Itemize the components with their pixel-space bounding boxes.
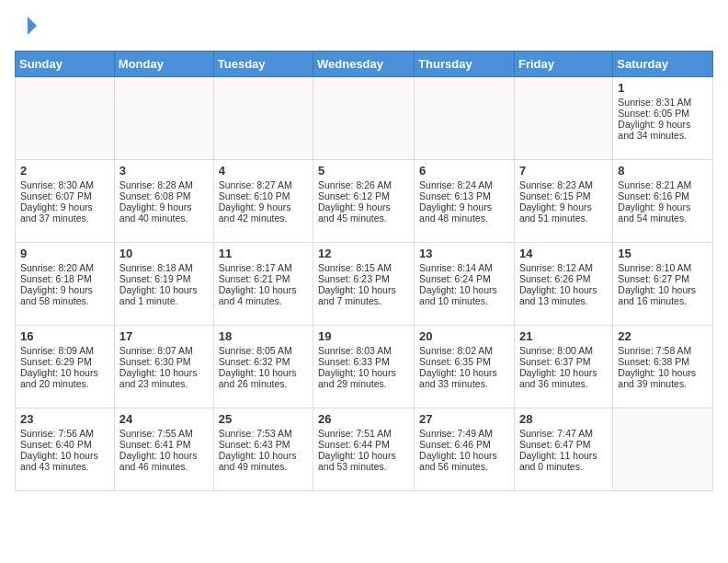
calendar-day-cell: 27Sunrise: 7:49 AM Sunset: 6:46 PM Dayli…: [415, 408, 515, 491]
calendar-day-header: Tuesday: [213, 52, 313, 77]
day-number: 26: [318, 412, 409, 426]
calendar-day-cell: 17Sunrise: 8:07 AM Sunset: 6:30 PM Dayli…: [114, 326, 213, 408]
calendar-week-row: 1Sunrise: 8:31 AM Sunset: 6:05 PM Daylig…: [16, 77, 713, 160]
day-number: 27: [419, 412, 509, 426]
calendar-day-cell: 24Sunrise: 7:55 AM Sunset: 6:41 PM Dayli…: [114, 408, 213, 491]
calendar-day-cell: 13Sunrise: 8:14 AM Sunset: 6:24 PM Dayli…: [415, 243, 515, 326]
day-number: 8: [618, 164, 708, 178]
logo-icon: [17, 15, 39, 37]
calendar-day-header: Friday: [514, 52, 612, 77]
day-number: 20: [419, 329, 509, 343]
calendar-day-cell: 10Sunrise: 8:18 AM Sunset: 6:19 PM Dayli…: [114, 243, 213, 326]
day-number: 5: [318, 164, 409, 178]
calendar-day-cell: 28Sunrise: 7:47 AM Sunset: 6:47 PM Dayli…: [514, 408, 612, 491]
calendar-day-header: Thursday: [415, 52, 515, 77]
calendar-day-cell: 25Sunrise: 7:53 AM Sunset: 6:43 PM Dayli…: [213, 408, 313, 491]
calendar-day-cell: 26Sunrise: 7:51 AM Sunset: 6:44 PM Dayli…: [313, 408, 415, 491]
svg-marker-0: [28, 17, 37, 35]
day-number: 10: [119, 247, 209, 260]
page-header: [15, 15, 713, 41]
calendar-day-cell: 8Sunrise: 8:21 AM Sunset: 6:16 PM Daylig…: [613, 160, 713, 243]
day-number: 1: [618, 81, 708, 95]
calendar-body: 1Sunrise: 8:31 AM Sunset: 6:05 PM Daylig…: [16, 77, 713, 491]
calendar-day-cell: 15Sunrise: 8:10 AM Sunset: 6:27 PM Dayli…: [613, 243, 713, 326]
calendar-day-cell: 19Sunrise: 8:03 AM Sunset: 6:33 PM Dayli…: [313, 326, 415, 408]
day-number: 4: [219, 164, 308, 178]
day-number: 3: [119, 164, 209, 178]
day-number: 12: [318, 247, 409, 260]
day-number: 25: [219, 412, 308, 426]
calendar-week-row: 23Sunrise: 7:56 AM Sunset: 6:40 PM Dayli…: [16, 408, 713, 491]
calendar-day-cell: [114, 77, 213, 160]
calendar-week-row: 16Sunrise: 8:09 AM Sunset: 6:29 PM Dayli…: [16, 326, 713, 408]
calendar-day-cell: 21Sunrise: 8:00 AM Sunset: 6:37 PM Dayli…: [514, 326, 612, 408]
calendar-day-cell: [514, 77, 612, 160]
calendar-day-cell: 11Sunrise: 8:17 AM Sunset: 6:21 PM Dayli…: [213, 243, 313, 326]
calendar-day-cell: 22Sunrise: 7:58 AM Sunset: 6:38 PM Dayli…: [613, 326, 713, 408]
day-number: 7: [519, 164, 608, 178]
day-number: 24: [119, 412, 209, 426]
calendar-day-cell: [213, 77, 313, 160]
calendar-day-cell: 4Sunrise: 8:27 AM Sunset: 6:10 PM Daylig…: [213, 160, 313, 243]
day-number: 23: [20, 412, 109, 426]
calendar-day-cell: 18Sunrise: 8:05 AM Sunset: 6:32 PM Dayli…: [213, 326, 313, 408]
calendar-day-cell: [16, 77, 115, 160]
day-number: 2: [20, 164, 109, 178]
calendar-header-row: SundayMondayTuesdayWednesdayThursdayFrid…: [16, 52, 713, 77]
calendar-day-cell: 1Sunrise: 8:31 AM Sunset: 6:05 PM Daylig…: [613, 77, 713, 160]
calendar-day-cell: 3Sunrise: 8:28 AM Sunset: 6:08 PM Daylig…: [114, 160, 213, 243]
calendar-day-cell: 12Sunrise: 8:15 AM Sunset: 6:23 PM Dayli…: [313, 243, 415, 326]
day-number: 15: [618, 247, 708, 260]
day-number: 6: [419, 164, 509, 178]
calendar-day-header: Wednesday: [313, 52, 415, 77]
calendar-week-row: 9Sunrise: 8:20 AM Sunset: 6:18 PM Daylig…: [16, 243, 713, 326]
calendar-day-cell: [613, 408, 713, 491]
calendar-day-header: Sunday: [16, 52, 115, 77]
calendar-day-cell: 9Sunrise: 8:20 AM Sunset: 6:18 PM Daylig…: [16, 243, 115, 326]
calendar-day-cell: 23Sunrise: 7:56 AM Sunset: 6:40 PM Dayli…: [16, 408, 115, 491]
calendar-day-header: Saturday: [613, 52, 713, 77]
day-number: 22: [618, 329, 708, 343]
calendar-day-cell: 2Sunrise: 8:30 AM Sunset: 6:07 PM Daylig…: [16, 160, 115, 243]
day-number: 11: [219, 247, 308, 260]
calendar-day-cell: [415, 77, 515, 160]
calendar-day-cell: 6Sunrise: 8:24 AM Sunset: 6:13 PM Daylig…: [415, 160, 515, 243]
day-number: 28: [519, 412, 608, 426]
day-number: 16: [20, 329, 109, 343]
calendar-day-cell: 7Sunrise: 8:23 AM Sunset: 6:15 PM Daylig…: [514, 160, 612, 243]
calendar-day-header: Monday: [114, 52, 213, 77]
calendar-day-cell: 5Sunrise: 8:26 AM Sunset: 6:12 PM Daylig…: [313, 160, 415, 243]
day-number: 9: [20, 247, 109, 260]
calendar-day-cell: 14Sunrise: 8:12 AM Sunset: 6:26 PM Dayli…: [514, 243, 612, 326]
day-number: 14: [519, 247, 608, 260]
day-number: 21: [519, 329, 608, 343]
calendar-day-cell: 16Sunrise: 8:09 AM Sunset: 6:29 PM Dayli…: [16, 326, 115, 408]
calendar-day-cell: [313, 77, 415, 160]
day-number: 17: [119, 329, 209, 343]
calendar-week-row: 2Sunrise: 8:30 AM Sunset: 6:07 PM Daylig…: [16, 160, 713, 243]
calendar-day-cell: 20Sunrise: 8:02 AM Sunset: 6:35 PM Dayli…: [415, 326, 515, 408]
calendar-table: SundayMondayTuesdayWednesdayThursdayFrid…: [15, 51, 713, 491]
day-number: 13: [419, 247, 509, 260]
day-number: 18: [219, 329, 308, 343]
logo: [15, 15, 39, 41]
day-number: 19: [318, 329, 409, 343]
